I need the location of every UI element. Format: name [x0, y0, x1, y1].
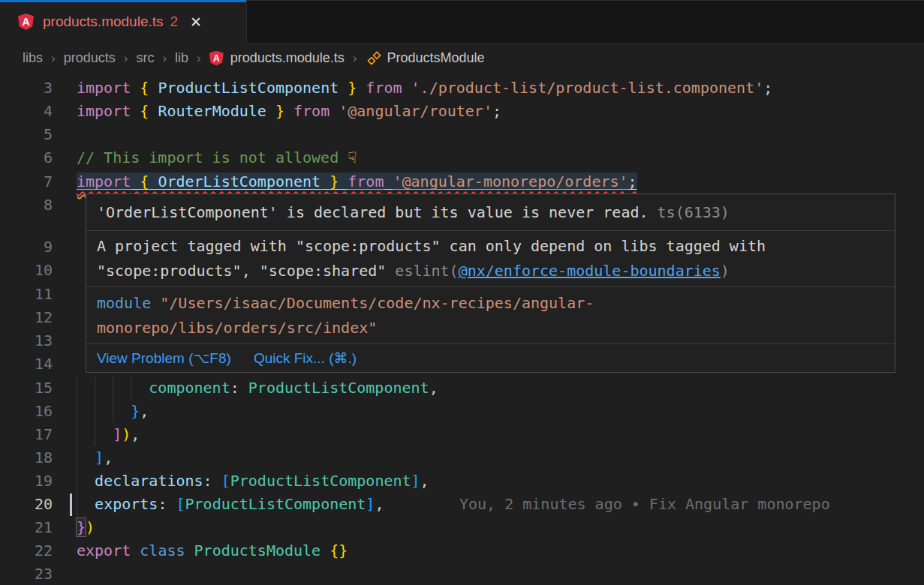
code-token: [77, 495, 95, 513]
code-token: :: [230, 379, 248, 397]
code-token: from: [348, 172, 384, 190]
code-token: component: [149, 379, 230, 397]
code-token: [321, 172, 330, 190]
code-line-5[interactable]: 5: [0, 123, 924, 146]
breadcrumb-item-libs[interactable]: libs: [23, 50, 43, 66]
breadcrumb-item-lib[interactable]: lib: [175, 50, 188, 66]
error-squiggle-span: import { OrderListComponent } from '@ang…: [77, 172, 637, 190]
line-number[interactable]: 8: [0, 194, 53, 217]
code-line-4[interactable]: 4import { RouterModule } from '@angular/…: [0, 100, 924, 123]
line-number[interactable]: 4: [0, 100, 53, 123]
line-number[interactable]: 15: [0, 376, 53, 400]
angular-icon-letter: A: [213, 54, 220, 63]
indent-guide: [131, 376, 131, 400]
code-token: }: [131, 402, 140, 420]
code-line-23[interactable]: 23: [0, 562, 924, 585]
code-token: [: [176, 495, 185, 513]
code-token: ProductListComponent: [248, 379, 429, 397]
line-number[interactable]: 19: [0, 470, 53, 493]
code-token: ;: [492, 102, 501, 120]
code-line-6[interactable]: 6// This import is not allowed ☟: [0, 146, 924, 170]
breadcrumb-item-products[interactable]: products: [64, 50, 116, 66]
line-number[interactable]: 17: [0, 423, 53, 446]
line-number[interactable]: 3: [0, 76, 53, 100]
code-token: ): [122, 425, 131, 443]
line-number[interactable]: 23: [0, 562, 53, 585]
line-number[interactable]: 6: [0, 146, 53, 170]
code-token: ProductListComponent: [230, 472, 411, 490]
line-number[interactable]: 22: [0, 539, 53, 562]
code-text: import { RouterModule } from '@angular/r…: [77, 100, 501, 123]
breadcrumb-separator: ›: [124, 51, 128, 66]
tab-strip: A products.module.ts 2 ✕: [0, 0, 924, 44]
tab-title: products.module.ts: [43, 14, 164, 30]
breadcrumb-separator: ›: [353, 51, 357, 66]
line-number[interactable]: 11: [0, 283, 53, 306]
angular-file-icon: A: [209, 51, 224, 66]
code-token: [330, 102, 339, 120]
code-token: [77, 472, 95, 490]
code-line-7[interactable]: 7import { OrderListComponent } from '@an…: [0, 170, 924, 194]
breadcrumb-item-src[interactable]: src: [136, 50, 154, 66]
code-token: [149, 102, 158, 120]
angular-icon-letter: A: [22, 16, 29, 27]
code-editor[interactable]: 3import { ProductListComponent } from '.…: [0, 73, 924, 585]
code-token: ProductsModule: [194, 542, 321, 560]
git-modified-gutter-bar: [70, 494, 72, 516]
line-number[interactable]: 14: [0, 352, 53, 376]
line-number[interactable]: 16: [0, 400, 53, 423]
line-number[interactable]: 7: [0, 170, 53, 194]
line-number[interactable]: 9: [0, 236, 53, 259]
breadcrumb: libs › products › src › lib › A products…: [0, 44, 924, 73]
code-line-19[interactable]: 19 declarations: [ProductListComponent],: [0, 470, 924, 493]
breadcrumb-item-symbol[interactable]: ProductsModule: [387, 50, 485, 66]
code-token: [185, 542, 194, 560]
code-token: ]: [411, 472, 420, 490]
code-text: }): [77, 516, 95, 539]
line-number[interactable]: 13: [0, 329, 53, 352]
module-path-block: module "/Users/isaac/Documents/code/nx-r…: [86, 286, 895, 344]
code-token: {: [140, 79, 149, 97]
line-number[interactable]: 21: [0, 516, 53, 539]
module-keyword: module: [97, 294, 151, 312]
breadcrumb-item-file[interactable]: products.module.ts: [230, 50, 345, 66]
code-token: ,: [131, 425, 140, 443]
code-token: ,: [104, 448, 113, 466]
code-token: from: [293, 102, 330, 120]
code-line-16[interactable]: 16 },: [0, 400, 924, 423]
code-line-21[interactable]: 21}): [0, 516, 924, 539]
code-line-17[interactable]: 17 ]),: [0, 423, 924, 446]
code-line-22[interactable]: 22export class ProductsModule {}: [0, 539, 924, 562]
code-token: [339, 172, 348, 190]
quick-fix-button[interactable]: Quick Fix... (⌘.): [254, 350, 357, 367]
code-line-20[interactable]: 20 exports: [ProductListComponent],You, …: [0, 493, 924, 516]
code-token: [357, 79, 366, 97]
view-problem-button[interactable]: View Problem (⌥F8): [97, 350, 231, 367]
code-line-15[interactable]: 15 component: ProductListComponent,: [0, 376, 924, 400]
code-line-3[interactable]: 3import { ProductListComponent } from '.…: [0, 76, 924, 100]
code-token: [77, 448, 95, 466]
code-token: [321, 542, 330, 560]
code-line-18[interactable]: 18 ],: [0, 446, 924, 470]
code-text: import { ProductListComponent } from './…: [77, 76, 772, 100]
close-tab-icon[interactable]: ✕: [190, 14, 202, 31]
code-token: '@angular-monorepo/orders': [393, 172, 628, 190]
code-token: :: [203, 472, 221, 490]
line-number[interactable]: 12: [0, 306, 53, 329]
hover-action-bar: View Problem (⌥F8) Quick Fix... (⌘.): [86, 344, 895, 372]
code-text: // This import is not allowed ☟: [77, 146, 357, 170]
line-number[interactable]: 10: [0, 259, 53, 282]
line-number[interactable]: 18: [0, 446, 53, 470]
line-number[interactable]: 20: [0, 493, 53, 516]
tab-products-module[interactable]: A products.module.ts 2 ✕: [0, 0, 246, 44]
code-token: [131, 79, 140, 97]
code-token: ]: [113, 425, 122, 443]
line-number[interactable]: 5: [0, 123, 53, 146]
symbol-class-icon: [367, 51, 381, 65]
code-token: import: [77, 102, 131, 120]
code-token: ]: [366, 495, 375, 513]
eslint-rule-link[interactable]: @nx/enforce-module-boundaries: [459, 262, 721, 280]
diagnostic-text: "scope:products", "scope:shared": [97, 262, 395, 280]
code-token: RouterModule: [158, 102, 266, 120]
git-blame-annotation: You, 2 minutes ago • Fix Angular monorep…: [459, 493, 830, 516]
